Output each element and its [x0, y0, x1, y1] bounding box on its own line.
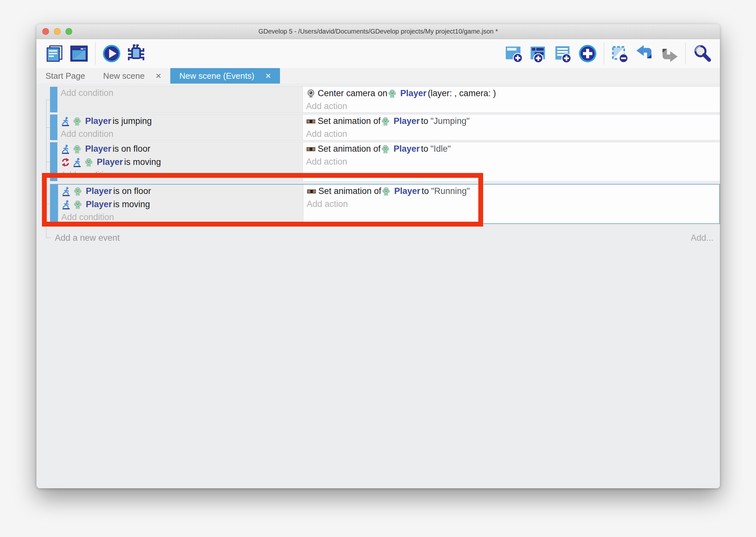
close-icon[interactable]: × — [155, 71, 161, 81]
app-window: GDevelop 5 - /Users/david/Documents/GDev… — [36, 24, 720, 488]
add-event-button[interactable] — [505, 44, 523, 63]
condition-line[interactable]: Player is jumping — [61, 114, 303, 128]
traffic-lights — [42, 24, 72, 39]
remove-selection-icon — [611, 44, 629, 63]
event-actions[interactable]: Set animation of Player to "Running"Add … — [304, 185, 719, 223]
title-bar[interactable]: GDevelop 5 - /Users/david/Documents/GDev… — [36, 24, 720, 39]
tree-corner — [46, 227, 51, 238]
event-row[interactable]: Player is on floorPlayer is movingAdd co… — [50, 184, 720, 224]
instruction-text: is moving — [113, 199, 150, 209]
action-line[interactable]: Set animation of Player to "Idle" — [306, 142, 720, 155]
add-condition-button[interactable]: Add condition — [61, 169, 303, 181]
add-action-button[interactable]: Add action — [307, 198, 719, 210]
zoom-button[interactable] — [65, 28, 72, 35]
value-text: "Running" — [431, 186, 470, 196]
add-circle-button[interactable] — [578, 44, 597, 63]
toolbar-left — [42, 43, 148, 64]
instruction-text: Center camera on — [318, 88, 387, 99]
condition-line[interactable]: Player is on floor — [61, 142, 303, 155]
tab-label: New scene (Events) — [179, 71, 254, 81]
add-condition-button[interactable]: Add condition — [61, 87, 303, 99]
toolbar-separator — [604, 43, 604, 64]
event-drag-handle[interactable] — [50, 87, 57, 112]
toolbar-separator — [685, 43, 686, 64]
object-name: Player — [85, 116, 111, 126]
player-icon — [73, 200, 83, 209]
debug-button[interactable] — [127, 44, 145, 63]
search-button[interactable] — [693, 44, 711, 63]
event-drag-handle[interactable] — [51, 185, 58, 223]
tab-new-scene-events[interactable]: New scene (Events)× — [170, 68, 280, 84]
event-actions[interactable]: Set animation of Player to "Idle"Add act… — [303, 142, 720, 181]
action-line[interactable]: Set animation of Player to "Running" — [307, 185, 719, 198]
instruction-text: Set animation of — [318, 144, 381, 154]
add-condition-button[interactable]: Add condition — [61, 211, 303, 223]
instruction-text: is jumping — [113, 116, 152, 126]
platformer-icon — [61, 144, 70, 154]
add-event-icon — [505, 44, 523, 63]
instruction-text: to — [421, 144, 428, 154]
object-name: Player — [97, 157, 123, 167]
minimize-button[interactable] — [54, 28, 61, 35]
condition-line[interactable]: Player is moving — [61, 198, 303, 211]
add-new-event-button[interactable]: Add a new event — [55, 233, 120, 243]
condition-line[interactable]: Player is on floor — [61, 185, 303, 198]
redo-button[interactable] — [660, 44, 679, 63]
event-actions[interactable]: Set animation of Player to "Jumping"Add … — [303, 114, 720, 140]
add-action-button[interactable]: Add action — [306, 155, 720, 168]
remove-selection-button[interactable] — [611, 44, 629, 63]
event-row[interactable]: Player is jumpingAdd conditionSet animat… — [50, 114, 720, 141]
undo-button[interactable] — [635, 44, 654, 63]
add-comment-button[interactable] — [554, 44, 573, 63]
add-action-button[interactable]: Add action — [306, 100, 720, 112]
add-more-button[interactable]: Add... — [691, 233, 713, 243]
project-manager-button[interactable] — [45, 44, 64, 63]
event-row[interactable]: Player is on floorPlayer is movingAdd co… — [50, 142, 720, 181]
events-footer: Add a new event Add... — [36, 231, 720, 245]
close-icon[interactable]: × — [265, 71, 271, 81]
scene-editor-icon — [70, 44, 88, 63]
instruction-text: Set animation of — [318, 186, 381, 196]
instruction-text: is on floor — [113, 186, 151, 196]
project-manager-icon — [45, 44, 64, 63]
close-button[interactable] — [42, 28, 49, 35]
value-text: "Jumping" — [431, 116, 470, 126]
object-name: Player — [86, 199, 112, 209]
add-comment-icon — [554, 44, 573, 63]
tab-new-scene[interactable]: New scene× — [94, 68, 170, 84]
event-conditions[interactable]: Player is on floorPlayer is movingAdd co… — [58, 185, 304, 223]
player-icon — [387, 89, 397, 99]
object-name: Player — [394, 116, 420, 126]
add-action-button[interactable]: Add action — [306, 128, 720, 140]
search-icon — [693, 44, 711, 63]
events-sheet: Add conditionCenter camera on Player (la… — [36, 84, 720, 488]
instruction-text: (layer: , camera: ) — [428, 88, 496, 99]
event-drag-handle[interactable] — [50, 142, 57, 181]
add-subevent-button[interactable] — [529, 44, 548, 63]
window-title: GDevelop 5 - /Users/david/Documents/GDev… — [258, 28, 498, 35]
event-row[interactable]: Add conditionCenter camera on Player (la… — [50, 87, 720, 113]
event-drag-handle[interactable] — [50, 114, 57, 140]
player-icon — [84, 157, 94, 167]
object-name: Player — [394, 144, 420, 154]
tree-connector — [47, 204, 51, 204]
scene-editor-button[interactable] — [70, 44, 88, 63]
invert-icon — [61, 157, 70, 167]
event-conditions[interactable]: Player is jumpingAdd condition — [57, 114, 303, 140]
object-name: Player — [400, 88, 426, 99]
undo-icon — [635, 44, 654, 63]
event-conditions[interactable]: Add condition — [57, 87, 303, 112]
instruction-text: to — [421, 116, 428, 126]
tree-connector — [46, 100, 50, 100]
platformer-icon — [61, 186, 71, 196]
tab-start-page[interactable]: Start Page — [36, 68, 94, 84]
condition-line[interactable]: Player is moving — [61, 155, 303, 169]
add-condition-button[interactable]: Add condition — [61, 128, 303, 140]
event-actions[interactable]: Center camera on Player (layer: , camera… — [303, 87, 720, 112]
value-text: "Idle" — [431, 144, 451, 154]
player-icon — [72, 116, 82, 126]
event-conditions[interactable]: Player is on floorPlayer is movingAdd co… — [57, 142, 303, 181]
action-line[interactable]: Center camera on Player (layer: , camera… — [306, 87, 720, 100]
action-line[interactable]: Set animation of Player to "Jumping" — [306, 114, 720, 128]
play-button[interactable] — [102, 44, 121, 63]
